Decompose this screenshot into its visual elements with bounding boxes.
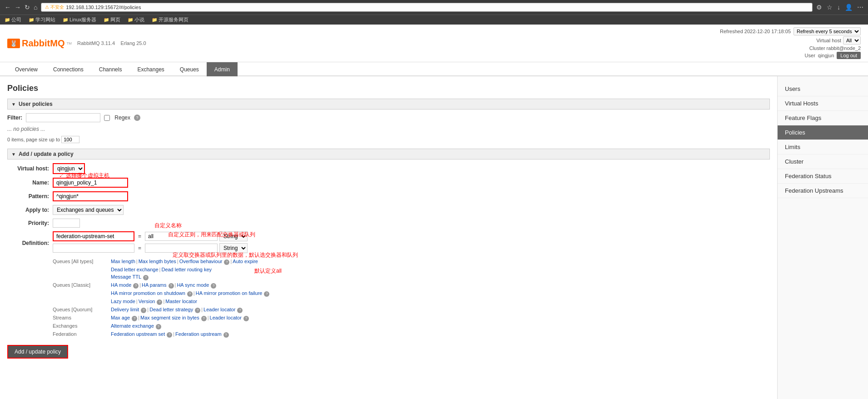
- content-area: Policies ▼ User policies Filter: Regex ?…: [0, 76, 868, 399]
- add-update-policy-button[interactable]: Add / update policy: [7, 345, 68, 359]
- definition-val-1[interactable]: [145, 232, 218, 241]
- dead-letter-strategy-link[interactable]: Dead letter strategy: [149, 307, 193, 312]
- ha-mode-help[interactable]: ?: [133, 283, 139, 289]
- sidebar-item-cluster[interactable]: Cluster: [778, 155, 868, 169]
- federation-upstream-help[interactable]: ?: [223, 332, 229, 338]
- profile-icon: 👤: [845, 4, 853, 11]
- nav-channels[interactable]: Channels: [91, 62, 130, 76]
- sidebar-item-federation-upstreams[interactable]: Federation Upstreams: [778, 184, 868, 198]
- sidebar-item-users[interactable]: Users: [778, 82, 868, 96]
- filter-input[interactable]: [26, 113, 100, 122]
- max-length-link[interactable]: Max length: [111, 259, 135, 264]
- home-button[interactable]: ⌂: [34, 4, 37, 11]
- alternate-exchange-link[interactable]: Alternate exchange: [111, 323, 154, 329]
- sidebar-item-policies[interactable]: Policies: [778, 125, 868, 140]
- leader-locator-stream-link[interactable]: Leader locator: [210, 315, 242, 320]
- ha-mode-link[interactable]: HA mode: [111, 282, 131, 288]
- regex-help-icon[interactable]: ?: [134, 115, 140, 121]
- definition-eq-2: =: [136, 245, 143, 251]
- version-link[interactable]: Version: [139, 299, 155, 304]
- bookmark-company[interactable]: 公司: [5, 16, 21, 23]
- federation-upstream-set-help[interactable]: ?: [167, 332, 172, 338]
- leader-locator-stream-help[interactable]: ?: [243, 316, 249, 321]
- message-ttl-link[interactable]: Message TTL: [111, 274, 141, 279]
- dead-letter-routing-key-link[interactable]: Dead letter routing key: [161, 267, 212, 272]
- lazy-mode-link[interactable]: Lazy mode: [111, 299, 135, 304]
- ha-sync-mode-link[interactable]: HA sync mode: [177, 282, 209, 288]
- leader-locator-quorum-link[interactable]: Leader locator: [203, 307, 235, 312]
- dead-letter-strategy-help[interactable]: ?: [195, 308, 200, 313]
- refresh-select[interactable]: Refresh every 5 seconds: [794, 27, 861, 35]
- priority-input[interactable]: [53, 219, 80, 228]
- address-bar[interactable]: ⚠ 不安全 192.168.130.129:15672/#/policies: [41, 3, 813, 12]
- priority-label: Priority:: [7, 220, 53, 226]
- nav-exchanges[interactable]: Exchanges: [129, 62, 172, 76]
- sidebar-item-virtual-hosts[interactable]: Virtual Hosts: [778, 96, 868, 111]
- delivery-limit-help[interactable]: ?: [141, 308, 146, 313]
- overflow-behaviour-link[interactable]: Overflow behaviour: [179, 259, 223, 264]
- nav-overview[interactable]: Overview: [7, 62, 45, 76]
- federation-upstream-link[interactable]: Federation upstream: [175, 331, 222, 337]
- definition-type-2[interactable]: String: [219, 243, 248, 253]
- bookmark-novel[interactable]: 小说: [128, 16, 144, 23]
- overflow-help-icon[interactable]: ?: [224, 259, 229, 265]
- max-age-link[interactable]: Max age: [111, 315, 130, 320]
- ha-mirror-shutdown-help[interactable]: ?: [187, 291, 193, 297]
- ha-sync-mode-help[interactable]: ?: [211, 283, 216, 289]
- menu-icon: ⋯: [857, 4, 863, 11]
- ha-params-link[interactable]: HA params: [142, 282, 166, 288]
- name-input[interactable]: [53, 178, 128, 188]
- pattern-input[interactable]: [53, 191, 128, 201]
- sidebar-item-limits[interactable]: Limits: [778, 140, 868, 155]
- queues-all-label: Queues [All types]: [53, 259, 107, 264]
- bookmark-opensource[interactable]: 开源服务网页: [152, 16, 188, 23]
- definition-key-2[interactable]: [53, 244, 134, 253]
- logo-tm: TM: [66, 41, 72, 45]
- logo-text: RabbitMQ: [22, 38, 64, 49]
- virtual-host-select[interactable]: qingjun: [53, 163, 85, 174]
- ha-params-help[interactable]: ?: [169, 283, 174, 289]
- version-help[interactable]: ?: [157, 299, 162, 305]
- message-ttl-help-icon[interactable]: ?: [143, 275, 149, 280]
- delivery-limit-link[interactable]: Delivery limit: [111, 307, 139, 312]
- bookmark-linux[interactable]: Linux服务器: [63, 16, 96, 23]
- definition-val-2[interactable]: [145, 244, 218, 253]
- back-button[interactable]: ←: [5, 4, 11, 11]
- sidebar-item-feature-flags[interactable]: Feature Flags: [778, 111, 868, 125]
- sidebar-item-federation-status[interactable]: Federation Status: [778, 169, 868, 184]
- max-segment-size-help[interactable]: ?: [201, 316, 207, 321]
- ha-mirror-failure-help[interactable]: ?: [264, 291, 269, 297]
- regex-checkbox[interactable]: [104, 115, 110, 121]
- max-age-help[interactable]: ?: [132, 316, 137, 321]
- definition-row: Definition: = String =: [7, 231, 770, 255]
- ha-mirror-failure-link[interactable]: HA mirror promotion on failure: [196, 290, 263, 296]
- max-segment-size-link[interactable]: Max segment size in bytes: [140, 315, 199, 320]
- pagination-size-input[interactable]: [61, 136, 79, 143]
- definition-key-1[interactable]: [53, 231, 134, 241]
- max-length-bytes-link[interactable]: Max length bytes: [139, 259, 176, 264]
- nav-admin[interactable]: Admin: [207, 62, 238, 76]
- apply-to-select[interactable]: Exchanges and queues: [53, 205, 124, 215]
- vhost-select[interactable]: All: [843, 36, 861, 45]
- add-policy-section-header[interactable]: ▼ Add / update a policy: [7, 149, 770, 160]
- definition-row-1: = String: [53, 231, 248, 241]
- streams-label: Streams: [53, 315, 107, 320]
- refresh-button[interactable]: ↻: [25, 4, 30, 11]
- nav-queues[interactable]: Queues: [172, 62, 207, 76]
- dead-letter-exchange-link[interactable]: Dead letter exchange: [111, 267, 159, 272]
- refresh-control: Refreshed 2022-12-20 17:18:05 Refresh ev…: [720, 27, 861, 35]
- alternate-exchange-help[interactable]: ?: [156, 324, 161, 329]
- leader-locator-quorum-help[interactable]: ?: [237, 308, 243, 313]
- master-locator-link[interactable]: Master locator: [165, 299, 197, 304]
- auto-expire-link[interactable]: Auto expire: [233, 259, 258, 264]
- bookmark-study[interactable]: 学习网站: [29, 16, 55, 23]
- nav-connections[interactable]: Connections: [45, 62, 91, 76]
- logout-button[interactable]: Log out: [837, 52, 861, 59]
- forward-button[interactable]: →: [15, 4, 21, 11]
- definition-type-1[interactable]: String: [219, 231, 248, 241]
- ha-mirror-shutdown-link[interactable]: HA mirror promotion on shutdown: [111, 290, 185, 296]
- apply-to-label: Apply to:: [7, 207, 53, 213]
- bookmark-web[interactable]: 网页: [104, 16, 120, 23]
- federation-upstream-set-link[interactable]: Federation upstream set: [111, 331, 165, 337]
- user-policies-section-header[interactable]: ▼ User policies: [7, 99, 770, 110]
